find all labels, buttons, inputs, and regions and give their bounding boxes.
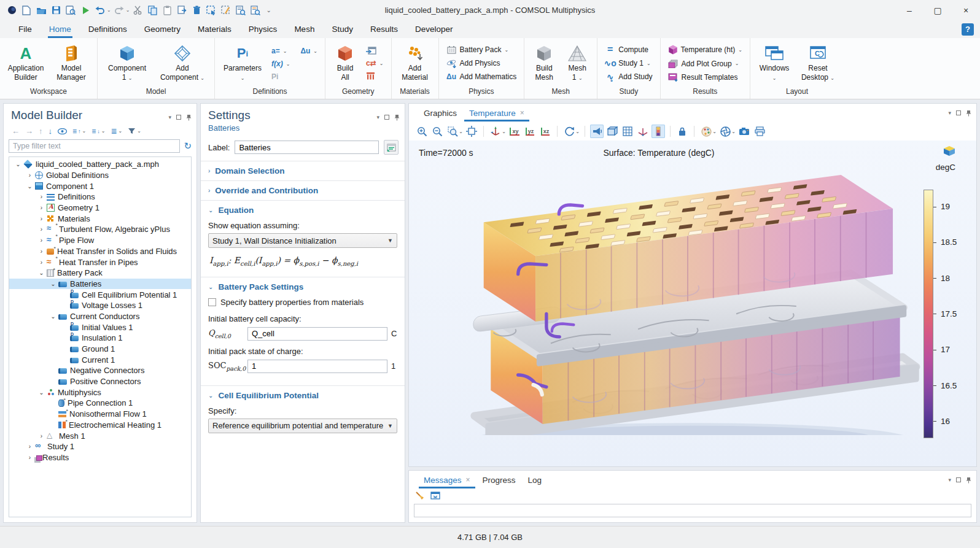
tree-item-battery-pack[interactable]: ⌄Battery Pack xyxy=(9,268,191,279)
menu-study[interactable]: Study xyxy=(324,22,360,36)
panel-menu-icon[interactable]: ▾ xyxy=(168,114,171,120)
deselect-box-icon[interactable] xyxy=(219,4,233,17)
menu-definitions[interactable]: Definitions xyxy=(81,22,134,36)
add-mathematics-button[interactable]: Δu Add Mathematics xyxy=(443,71,521,83)
forward-icon[interactable]: → xyxy=(25,126,33,136)
tree-item-current-conductors[interactable]: ⌄Current Conductors xyxy=(9,311,191,322)
menu-mesh[interactable]: Mesh xyxy=(287,22,322,36)
panel-float-icon[interactable] xyxy=(176,115,181,120)
tree-item-pipe-flow[interactable]: ›Pipe Flow xyxy=(9,235,191,246)
variables-button[interactable]: a=⌄ xyxy=(268,45,290,56)
tree-item-global-definitions[interactable]: ›Global Definitions xyxy=(9,170,191,181)
panel-float-icon[interactable] xyxy=(956,110,961,115)
functions-button[interactable]: f(x)⌄ xyxy=(268,58,321,69)
rename-button[interactable] xyxy=(384,140,399,155)
panel-pin-icon[interactable] xyxy=(966,110,971,117)
section-cell-eq-header[interactable]: ⌄Cell Equilibrium Potential xyxy=(201,386,405,405)
update-geometry-button[interactable]: c⇄⌄ xyxy=(362,58,387,69)
grid-icon[interactable] xyxy=(621,125,634,138)
parameter-case-button[interactable]: Pi xyxy=(268,71,321,82)
show-icon[interactable] xyxy=(58,128,67,134)
panel-pin-icon[interactable] xyxy=(394,114,400,121)
refresh-icon[interactable]: ↻ xyxy=(184,141,192,152)
duplicate-icon[interactable] xyxy=(175,4,189,17)
move-down-icon[interactable]: ↓ xyxy=(49,126,53,136)
messages-content[interactable] xyxy=(414,504,971,517)
print-icon[interactable] xyxy=(753,125,766,138)
tree-item-results[interactable]: ›Results xyxy=(9,452,191,463)
compute-button[interactable]: =Compute xyxy=(601,44,656,56)
xz-view-icon[interactable]: xz xyxy=(539,125,552,138)
tree-item-voltage-losses[interactable]: Voltage Losses 1 xyxy=(9,300,191,311)
result-templates-button[interactable]: Result Templates xyxy=(664,71,746,83)
model-tree-nodes-icon[interactable]: ≣⌄ xyxy=(111,127,122,136)
lock-icon[interactable] xyxy=(675,125,689,138)
specify-from-materials-checkbox[interactable] xyxy=(208,298,216,306)
axes-orientation-icon[interactable] xyxy=(636,125,650,138)
select-box-icon[interactable] xyxy=(204,4,218,17)
tree-item-current[interactable]: Current 1 xyxy=(9,354,191,365)
section-domain-selection[interactable]: ›Domain Selection xyxy=(201,161,405,180)
yz-view-icon[interactable]: yz xyxy=(523,125,537,138)
tree-item-definitions[interactable]: ›Definitions xyxy=(9,191,191,203)
cell-eq-specify-dropdown[interactable]: Reference equilibrium potential and temp… xyxy=(208,419,397,433)
color-palette-icon[interactable]: ⌄ xyxy=(699,125,713,138)
add-physics-button[interactable]: Add Physics xyxy=(443,58,521,69)
tree-item-ground[interactable]: Ground 1 xyxy=(9,344,191,355)
filter-icon[interactable]: ⌄ xyxy=(128,128,141,134)
q-cell-input[interactable] xyxy=(247,327,387,341)
tree-item-study1[interactable]: ›Study 1 xyxy=(9,441,191,452)
collapse-up-icon[interactable]: ≡↑⌄ xyxy=(72,127,86,136)
tree-filter-input[interactable] xyxy=(9,139,180,153)
default-view-icon[interactable]: ⌄ xyxy=(489,125,502,138)
tree-item-root[interactable]: ⌄liquid_cooled_battery_pack_a.mph xyxy=(9,159,191,170)
windows-button[interactable]: Windows⌄ xyxy=(754,41,795,86)
application-builder-button[interactable]: A Application Builder xyxy=(4,41,48,86)
new-file-icon[interactable] xyxy=(20,4,33,17)
battery-pack-interface-button[interactable]: Battery Pack⌄ xyxy=(443,44,521,56)
add-plot-group-button[interactable]: Add Plot Group⌄ xyxy=(664,58,746,69)
zoom-in-icon[interactable] xyxy=(415,125,429,138)
tree-item-mesh1[interactable]: ›Mesh 1 xyxy=(9,430,191,441)
panel-float-icon[interactable] xyxy=(384,115,389,120)
equation-assuming-dropdown[interactable]: Study 1, Wall Distance Initialization▼ xyxy=(208,233,397,248)
menu-results[interactable]: Results xyxy=(363,22,405,36)
xy-view-icon[interactable]: xy xyxy=(508,125,521,138)
zoom-out-icon[interactable] xyxy=(430,125,444,138)
section-override[interactable]: ›Override and Contribution xyxy=(201,180,405,200)
cut-icon[interactable] xyxy=(131,4,144,17)
tab-graphics[interactable]: Graphics xyxy=(418,105,463,122)
tab-temperature[interactable]: Temperature× xyxy=(463,105,531,122)
copy-icon[interactable] xyxy=(146,4,159,17)
add-material-button[interactable]: AddMaterial xyxy=(395,41,435,86)
study1-button[interactable]: ∿oStudy 1⌄ xyxy=(601,58,656,69)
scene-light-icon[interactable]: ⌄ xyxy=(718,125,732,138)
panel-float-icon[interactable] xyxy=(956,477,961,482)
tree-item-materials[interactable]: ›Materials xyxy=(9,213,191,224)
menu-home[interactable]: Home xyxy=(42,22,79,36)
component-button[interactable]: Component1 ⌄ xyxy=(101,41,153,86)
tree-item-heat-transfer-solids[interactable]: ›Heat Transfer in Solids and Fluids xyxy=(9,246,191,257)
import-geometry-button[interactable] xyxy=(362,45,387,56)
reset-desktop-button[interactable]: C ResetDesktop ⌄ xyxy=(796,41,840,86)
transparency-icon[interactable] xyxy=(605,125,619,138)
expand-down-icon[interactable]: ≡↓⌄ xyxy=(91,127,105,136)
rotate-icon[interactable]: ⌄ xyxy=(562,125,576,138)
paste-icon[interactable] xyxy=(160,4,174,17)
parameters-button[interactable]: Pi Parameters⌄ xyxy=(219,41,266,86)
tree-item-negative-connectors[interactable]: Negative Connectors xyxy=(9,365,191,376)
tab-close-icon[interactable]: × xyxy=(520,109,524,117)
run-icon[interactable] xyxy=(79,4,92,17)
open-messages-window-icon[interactable] xyxy=(430,492,440,501)
tree-item-heat-transfer-pipes[interactable]: ›Heat Transfer in Pipes xyxy=(9,257,191,268)
tree-item-cell-equilibrium-potential[interactable]: Cell Equilibrium Potential 1 xyxy=(9,289,191,300)
zoom-extents-icon[interactable] xyxy=(465,125,478,138)
section-equation-header[interactable]: ⌄Equation xyxy=(201,201,405,220)
mesh1-button[interactable]: Mesh1 ⌄ xyxy=(561,41,593,86)
nonlocal-couplings-button[interactable]: Δu⌄ xyxy=(297,45,321,56)
temperature-plot-button[interactable]: Temperature (ht)⌄ xyxy=(664,44,746,56)
find-replace-icon[interactable] xyxy=(249,4,262,17)
panel-menu-icon[interactable]: ▾ xyxy=(948,110,951,116)
label-input[interactable] xyxy=(235,141,379,154)
add-study-button[interactable]: ∿̥Add Study xyxy=(601,71,656,83)
